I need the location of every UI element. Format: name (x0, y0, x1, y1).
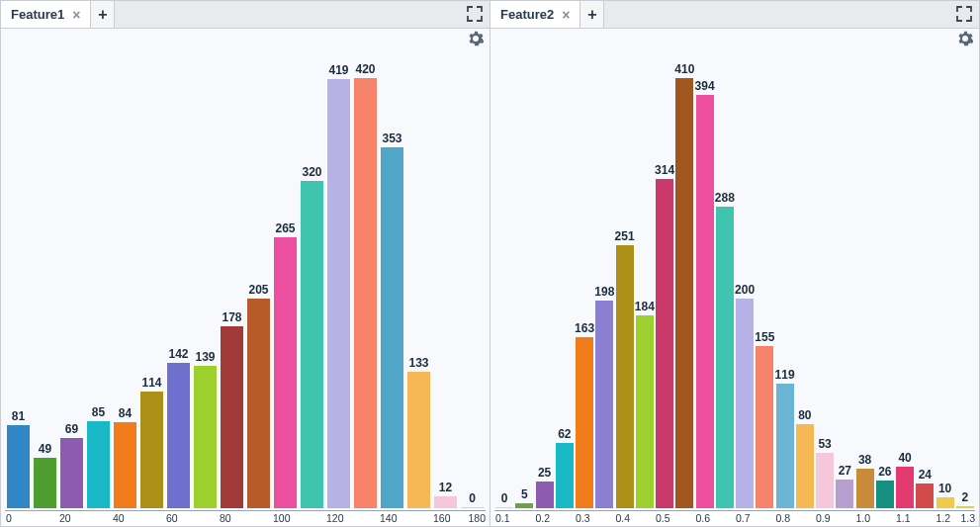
bar: 24 (915, 60, 935, 508)
bar: 53 (815, 60, 835, 508)
x-tick (715, 511, 735, 526)
bar-rect (696, 95, 714, 508)
bar-rect (896, 467, 914, 508)
bar-value-label: 26 (878, 465, 891, 479)
bar-value-label: 80 (798, 408, 811, 422)
x-tick: 0.8 (775, 511, 795, 526)
bar: 420 (352, 60, 379, 508)
bar-value-label: 353 (382, 132, 401, 145)
bar-rect (301, 181, 324, 508)
x-tick: 0 (5, 511, 32, 526)
bar-value-label: 40 (898, 451, 911, 465)
tab-label: Feature2 (500, 7, 554, 22)
bar-value-label: 178 (222, 310, 241, 324)
bar-rect (461, 507, 485, 508)
bar-rect (796, 424, 814, 508)
x-tick (755, 511, 774, 526)
bar: 85 (85, 60, 112, 508)
bar: 69 (58, 60, 85, 508)
bar-rect (916, 483, 934, 508)
x-tick: 1.1 (895, 511, 915, 526)
bar-value-label: 200 (735, 283, 755, 297)
bar-rect (736, 299, 754, 508)
bar-rect (616, 245, 634, 508)
x-tick: 20 (58, 511, 85, 526)
bar-rect (515, 503, 533, 508)
expand-icon[interactable] (466, 5, 484, 23)
bar-value-label: 163 (575, 321, 594, 335)
chart-feature2: 0525621631982511843144103942882001551198… (490, 50, 979, 526)
panel-feature1: Feature1 × + 814969858411414213917820526… (0, 0, 490, 527)
x-tick: 0.2 (535, 511, 555, 526)
bar-rect (576, 337, 593, 508)
bar: 10 (935, 60, 955, 508)
bar-rect (194, 366, 218, 508)
tabbar: Feature1 × + (1, 1, 490, 29)
bar-rect (876, 481, 894, 508)
bar-value-label: 62 (558, 427, 571, 441)
add-tab-button[interactable]: + (91, 1, 115, 28)
bar-value-label: 84 (119, 406, 132, 420)
bar: 142 (165, 60, 192, 508)
bar: 139 (192, 60, 219, 508)
x-tick (352, 511, 379, 526)
bar-rect (60, 438, 84, 508)
bar: 81 (5, 60, 32, 508)
x-tick (138, 511, 165, 526)
bar-value-label: 133 (408, 356, 428, 370)
bar-value-label: 119 (775, 368, 795, 382)
gear-icon[interactable] (468, 31, 484, 46)
bar: 155 (755, 60, 774, 508)
bar: 251 (615, 60, 635, 508)
bar-value-label: 314 (655, 163, 674, 177)
bar-rect (595, 301, 613, 508)
bar-value-label: 0 (501, 491, 508, 505)
bar-rect (434, 496, 458, 508)
x-tick (875, 511, 895, 526)
x-tick: 0.9 (815, 511, 835, 526)
x-tick (32, 511, 58, 526)
bars-container: 0525621631982511843144103942882001551198… (494, 60, 975, 508)
toolbar-row (1, 29, 490, 50)
bar-value-label: 251 (615, 229, 635, 243)
tab-feature2[interactable]: Feature2 × (490, 1, 580, 28)
x-tick (915, 511, 935, 526)
bar-rect (167, 363, 191, 508)
bar: 40 (895, 60, 915, 508)
bar: 0 (494, 60, 514, 508)
bar-value-label: 12 (439, 481, 452, 494)
bar-rect (716, 207, 734, 508)
x-tick: 1.3 (960, 512, 975, 524)
bar: 410 (674, 60, 694, 508)
bar-rect (354, 78, 378, 508)
add-tab-button[interactable]: + (580, 1, 604, 28)
x-tick: 160 (432, 511, 459, 526)
x-tick (594, 511, 614, 526)
bar: 62 (555, 60, 575, 508)
bar: 314 (655, 60, 674, 508)
close-icon[interactable]: × (560, 8, 572, 22)
x-tick: 0.3 (575, 511, 594, 526)
bar: 184 (635, 60, 655, 508)
bar: 49 (32, 60, 58, 508)
expand-icon[interactable] (955, 5, 973, 23)
bar: 0 (459, 60, 486, 508)
bar-value-label: 420 (355, 62, 375, 76)
tab-feature1[interactable]: Feature1 × (1, 1, 91, 28)
bar: 419 (325, 60, 352, 508)
bar-rect (114, 422, 137, 508)
chart-feature1: 8149698584114142139178205265320419420353… (1, 50, 490, 526)
x-tick (405, 511, 432, 526)
x-tick (674, 511, 694, 526)
bar: 178 (219, 60, 245, 508)
gear-icon[interactable] (957, 31, 973, 46)
bar: 5 (514, 60, 534, 508)
panel-feature2: Feature2 × + 052562163198251184314410394… (490, 0, 980, 527)
bar-value-label: 2 (962, 490, 969, 504)
x-tick (795, 511, 815, 526)
bar-value-label: 155 (755, 330, 774, 344)
bar: 320 (299, 60, 325, 508)
x-tick: 80 (219, 511, 245, 526)
close-icon[interactable]: × (70, 8, 82, 22)
bar-rect (856, 469, 874, 508)
